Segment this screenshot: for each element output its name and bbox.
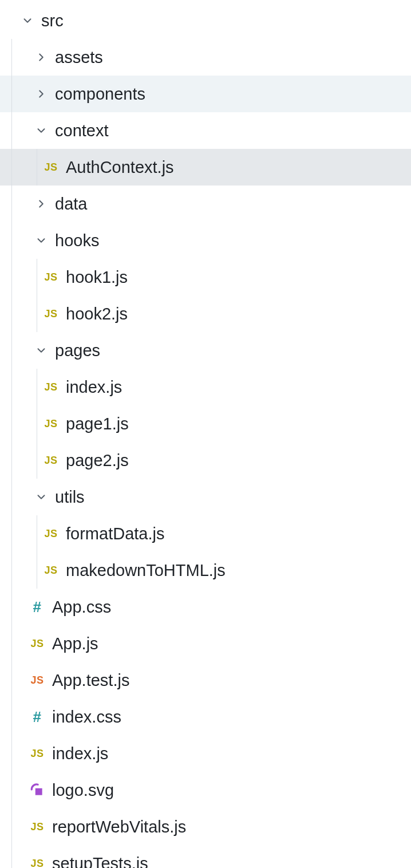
file-label: formatData.js: [62, 524, 164, 543]
folder-label: components: [52, 85, 145, 104]
chevron-down-icon: [31, 491, 52, 503]
file-label: hook1.js: [62, 268, 128, 287]
folder-components[interactable]: components: [0, 76, 411, 112]
svg-rect-0: [35, 788, 42, 795]
file-logo-svg[interactable]: logo.svg: [0, 772, 411, 808]
file-label: page2.js: [62, 451, 129, 470]
file-setuptests[interactable]: JS setupTests.js: [0, 845, 411, 868]
file-hook1[interactable]: JS hook1.js: [0, 259, 411, 295]
file-label: index.js: [62, 378, 122, 397]
file-index-js[interactable]: JS index.js: [0, 735, 411, 772]
file-label: App.test.js: [49, 671, 129, 690]
file-label: index.css: [49, 708, 121, 727]
chevron-down-icon: [31, 124, 52, 137]
file-label: AuthContext.js: [62, 158, 174, 177]
folder-label: hooks: [52, 231, 99, 250]
file-hook2[interactable]: JS hook2.js: [0, 295, 411, 332]
js-icon: JS: [39, 565, 62, 577]
js-icon: JS: [39, 271, 62, 283]
file-pages-index[interactable]: JS index.js: [0, 369, 411, 405]
folder-label: pages: [52, 341, 100, 360]
folder-label: data: [52, 195, 87, 214]
file-authcontext[interactable]: JS AuthContext.js: [0, 149, 411, 186]
css-icon: #: [26, 708, 49, 726]
file-tree: src assets components context: [0, 0, 411, 868]
folder-context[interactable]: context: [0, 112, 411, 149]
folder-data[interactable]: data: [0, 186, 411, 222]
js-icon: JS: [39, 455, 62, 467]
js-icon: JS: [39, 528, 62, 540]
folder-utils[interactable]: utils: [0, 479, 411, 515]
file-label: App.js: [49, 634, 98, 653]
file-makedowntohtml[interactable]: JS makedownToHTML.js: [0, 552, 411, 589]
file-label: App.css: [49, 598, 111, 617]
file-label: reportWebVitals.js: [49, 818, 186, 837]
file-label: index.js: [49, 744, 108, 763]
folder-label: context: [52, 121, 109, 140]
file-page2[interactable]: JS page2.js: [0, 442, 411, 479]
js-icon: JS: [26, 858, 49, 869]
js-icon: JS: [39, 381, 62, 393]
folder-hooks[interactable]: hooks: [0, 222, 411, 259]
svg-icon: [26, 783, 49, 798]
js-icon: JS: [39, 308, 62, 320]
file-index-css[interactable]: # index.css: [0, 699, 411, 735]
js-icon: JS: [39, 161, 62, 173]
js-test-icon: JS: [26, 674, 49, 686]
chevron-down-icon: [31, 344, 52, 357]
folder-src[interactable]: src: [0, 2, 411, 39]
folder-label: utils: [52, 488, 85, 507]
chevron-right-icon: [31, 198, 52, 210]
file-formatdata[interactable]: JS formatData.js: [0, 515, 411, 552]
file-label: setupTests.js: [49, 854, 148, 869]
js-icon: JS: [39, 418, 62, 430]
folder-assets[interactable]: assets: [0, 39, 411, 76]
file-page1[interactable]: JS page1.js: [0, 405, 411, 442]
file-label: logo.svg: [49, 781, 114, 800]
file-label: makedownToHTML.js: [62, 561, 226, 580]
js-icon: JS: [26, 638, 49, 650]
folder-label: src: [38, 11, 64, 30]
file-label: hook2.js: [62, 305, 128, 323]
file-app-test[interactable]: JS App.test.js: [0, 662, 411, 699]
folder-pages[interactable]: pages: [0, 332, 411, 369]
chevron-down-icon: [17, 14, 38, 27]
file-label: page1.js: [62, 415, 129, 433]
file-app-js[interactable]: JS App.js: [0, 625, 411, 662]
folder-label: assets: [52, 48, 103, 67]
css-icon: #: [26, 598, 49, 616]
js-icon: JS: [26, 748, 49, 760]
file-reportwebvitals[interactable]: JS reportWebVitals.js: [0, 808, 411, 845]
chevron-down-icon: [31, 234, 52, 247]
js-icon: JS: [26, 821, 49, 833]
file-app-css[interactable]: # App.css: [0, 589, 411, 625]
chevron-right-icon: [31, 88, 52, 100]
chevron-right-icon: [31, 51, 52, 64]
